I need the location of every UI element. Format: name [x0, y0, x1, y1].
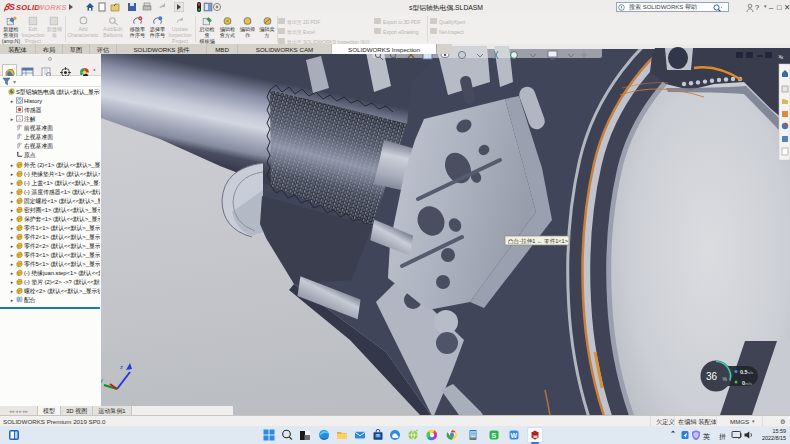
svg-text:𝛽S: 𝛽S [4, 2, 15, 12]
svg-text:S: S [492, 432, 497, 439]
svg-text:z: z [120, 364, 123, 370]
svg-text:0.5x/s: 0.5x/s [740, 369, 754, 375]
svg-text:%: % [723, 376, 728, 382]
svg-text:y: y [101, 377, 103, 383]
svg-text:WORKS: WORKS [37, 3, 66, 12]
svg-text:凸台-拉伸1 ← 零件1<1>: 凸台-拉伸1 ← 零件1<1> [508, 238, 568, 245]
svg-text:36: 36 [706, 371, 718, 382]
svg-text:×: × [778, 53, 782, 60]
svg-text:0m/s: 0m/s [742, 380, 753, 386]
svg-text:W: W [511, 432, 518, 439]
